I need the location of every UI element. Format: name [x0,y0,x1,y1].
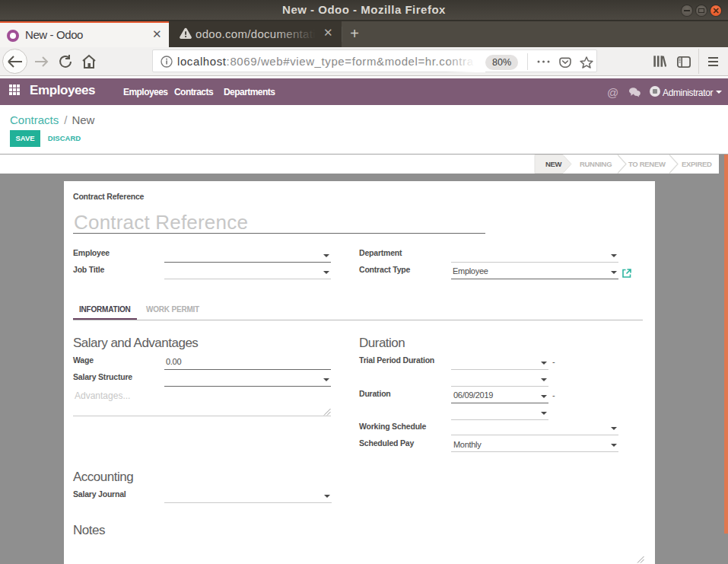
svg-text:EXPIRED: EXPIRED [682,160,712,168]
svg-text:RUNNING: RUNNING [580,160,612,168]
svg-text:NEW: NEW [545,160,562,168]
svg-text:TO RENEW: TO RENEW [628,160,666,168]
